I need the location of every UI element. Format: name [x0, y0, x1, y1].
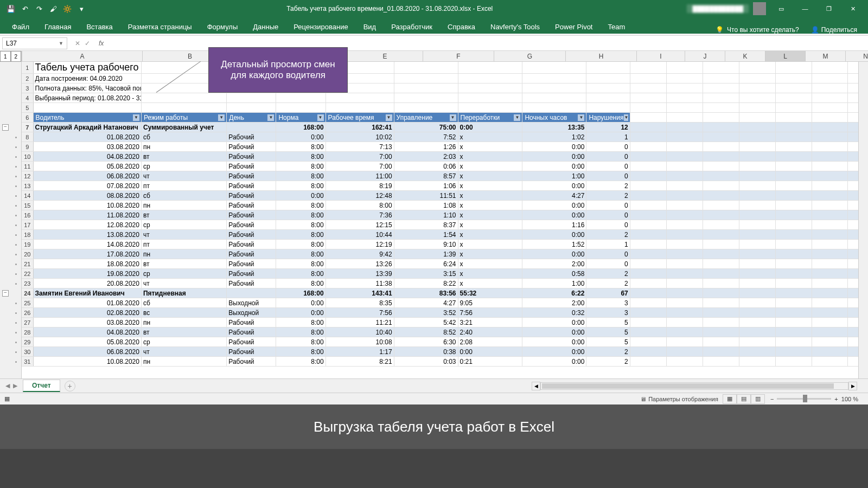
- view-page-layout-icon[interactable]: ▤: [737, 394, 751, 404]
- row-header[interactable]: 1: [22, 62, 34, 73]
- column-header-L[interactable]: L: [765, 51, 806, 61]
- cell[interactable]: 1: [586, 240, 630, 249]
- cell[interactable]: 8:00: [276, 210, 326, 220]
- cell[interactable]: [776, 210, 812, 220]
- cell[interactable]: [776, 162, 812, 171]
- zoom-out-icon[interactable]: −: [770, 396, 774, 402]
- cell[interactable]: Рабочий: [227, 240, 276, 249]
- cell[interactable]: [667, 84, 703, 93]
- cell[interactable]: [394, 62, 458, 73]
- cell[interactable]: [227, 93, 276, 102]
- qat-more-icon[interactable]: ▾: [75, 2, 88, 15]
- cell[interactable]: 8:00: [276, 318, 326, 327]
- cell[interactable]: Табель учета рабочего времени: [34, 62, 142, 73]
- cell[interactable]: 0:58: [522, 269, 586, 278]
- cell[interactable]: [630, 103, 667, 112]
- cell[interactable]: [703, 93, 739, 102]
- cell[interactable]: [667, 357, 703, 366]
- cell[interactable]: [458, 93, 523, 102]
- cell[interactable]: [630, 181, 667, 190]
- cell[interactable]: [812, 84, 848, 93]
- cell[interactable]: [776, 152, 812, 161]
- cell[interactable]: x: [458, 171, 523, 181]
- cell[interactable]: [703, 152, 739, 161]
- cell[interactable]: [812, 259, 848, 268]
- row-header[interactable]: 14: [22, 191, 34, 200]
- cell[interactable]: Рабочий: [227, 220, 276, 229]
- cell[interactable]: 0:32: [522, 308, 586, 317]
- cell[interactable]: x: [458, 201, 523, 210]
- column-header-H[interactable]: H: [566, 51, 637, 61]
- tell-me-search[interactable]: 💡 Что вы хотите сделать?: [710, 26, 805, 34]
- row-header[interactable]: 12: [22, 171, 34, 181]
- redo-icon[interactable]: ↷: [33, 2, 46, 15]
- cell[interactable]: [630, 308, 667, 317]
- cell[interactable]: [667, 249, 703, 259]
- cell[interactable]: 8:57: [394, 171, 458, 181]
- cell[interactable]: [586, 84, 630, 93]
- cell[interactable]: [326, 93, 394, 102]
- cell[interactable]: [703, 230, 739, 239]
- cell[interactable]: Рабочий: [227, 337, 276, 346]
- cell[interactable]: x: [458, 269, 523, 278]
- cell[interactable]: [667, 132, 703, 142]
- cell[interactable]: 1:39: [394, 249, 458, 259]
- cell[interactable]: [630, 269, 667, 278]
- cell[interactable]: [667, 240, 703, 249]
- cell[interactable]: [667, 162, 703, 171]
- cell[interactable]: 8:52: [394, 328, 458, 337]
- cell[interactable]: [276, 103, 326, 112]
- cell[interactable]: [142, 93, 227, 102]
- cell[interactable]: [776, 93, 812, 102]
- cell[interactable]: 10.08.2020: [34, 201, 142, 210]
- cell[interactable]: 1:10: [394, 210, 458, 220]
- cell[interactable]: [703, 298, 739, 307]
- cell[interactable]: 3:52: [394, 308, 458, 317]
- column-header-G[interactable]: G: [494, 51, 566, 61]
- cell[interactable]: 0: [586, 249, 630, 259]
- row-header[interactable]: 7: [22, 123, 34, 132]
- cell[interactable]: 1:17: [326, 347, 394, 356]
- cell[interactable]: Рабочий: [227, 259, 276, 268]
- ribbon-tab-разметкастраницы[interactable]: Разметка страницы: [120, 20, 200, 34]
- cell[interactable]: [630, 210, 667, 220]
- cell[interactable]: 7:13: [326, 142, 394, 151]
- cell[interactable]: 7:36: [326, 210, 394, 220]
- column-header-I[interactable]: I: [637, 51, 685, 61]
- cell[interactable]: [739, 249, 776, 259]
- ribbon-tab-формулы[interactable]: Формулы: [200, 20, 246, 34]
- cell[interactable]: Ночных часов▼: [522, 113, 586, 122]
- cell[interactable]: [667, 259, 703, 268]
- cell[interactable]: 8:00: [276, 220, 326, 229]
- cell[interactable]: 0:00: [522, 201, 586, 210]
- cell[interactable]: [739, 288, 776, 298]
- cell[interactable]: [776, 191, 812, 200]
- cell[interactable]: [739, 357, 776, 366]
- cell[interactable]: 12: [586, 123, 630, 132]
- hscroll-right-icon[interactable]: ▶: [848, 382, 857, 390]
- cell[interactable]: 0:03: [394, 357, 458, 366]
- row-header[interactable]: 23: [22, 279, 34, 288]
- cell[interactable]: [776, 62, 812, 73]
- user-name[interactable]: ████████████: [687, 4, 749, 13]
- cell[interactable]: [522, 93, 586, 102]
- cell[interactable]: [739, 318, 776, 327]
- cell[interactable]: 0:00: [522, 318, 586, 327]
- cell[interactable]: пн: [142, 357, 227, 366]
- cell[interactable]: 4:27: [394, 298, 458, 307]
- cell[interactable]: [812, 249, 848, 259]
- cell[interactable]: 1:06: [394, 181, 458, 190]
- cell[interactable]: [812, 210, 848, 220]
- row-header[interactable]: 19: [22, 240, 34, 249]
- cell[interactable]: [776, 240, 812, 249]
- cell[interactable]: [630, 201, 667, 210]
- cell[interactable]: 9:10: [394, 240, 458, 249]
- cell[interactable]: 0:00: [522, 210, 586, 220]
- cell[interactable]: вт: [142, 328, 227, 337]
- cell[interactable]: [703, 220, 739, 229]
- cell[interactable]: [812, 123, 848, 132]
- cell[interactable]: [812, 113, 848, 122]
- cell[interactable]: [739, 152, 776, 161]
- cell[interactable]: [776, 347, 812, 356]
- cell[interactable]: [703, 62, 739, 73]
